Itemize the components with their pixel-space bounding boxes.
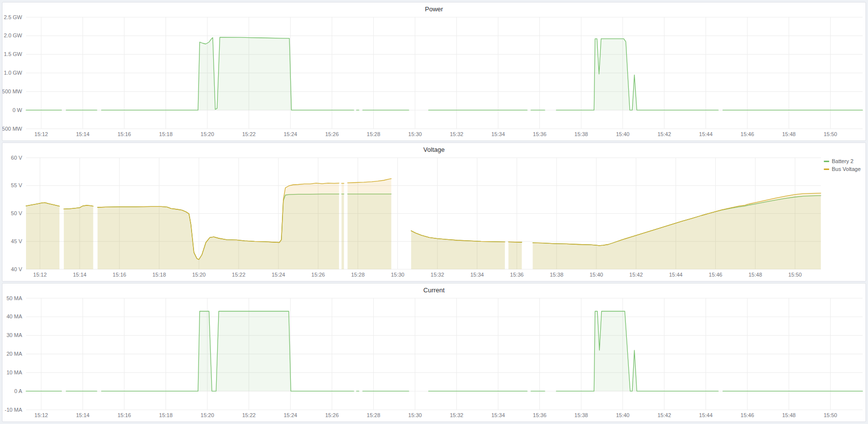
y-tick-label: 45 V: [11, 238, 22, 244]
y-tick-label: 0 W: [12, 107, 22, 113]
x-tick-label: 15:42: [629, 272, 643, 278]
y-tick-label: 2.5 GW: [4, 14, 23, 20]
bus-voltage-line: [508, 242, 522, 242]
current-area-fill: [102, 311, 354, 392]
x-tick-label: 15:50: [788, 272, 802, 278]
bus-voltage-series-swatch: [824, 169, 829, 170]
bus-voltage-area-fill: [533, 193, 821, 269]
x-tick-label: 15:16: [117, 412, 131, 418]
current-area-fill: [556, 311, 718, 392]
x-tick-label: 15:42: [657, 412, 671, 418]
x-tick-label: 15:16: [117, 131, 131, 137]
legend-label: Bus Voltage: [832, 166, 861, 172]
y-tick-label: 20 MA: [6, 351, 22, 357]
x-tick-label: 15:40: [616, 412, 630, 418]
x-tick-label: 15:26: [325, 131, 339, 137]
x-tick-label: 15:12: [33, 272, 47, 278]
x-tick-label: 15:38: [574, 412, 588, 418]
panel-voltage: Voltage Battery 2 Bus Voltage 60 V55 V50…: [2, 142, 866, 282]
legend-label: Battery 2: [832, 158, 853, 165]
y-tick-label: 1.0 GW: [4, 70, 23, 76]
x-tick-label: 15:14: [76, 131, 90, 137]
current-chart[interactable]: 50 MA40 MA30 MA20 MA10 MA0 A-10 MA15:121…: [2, 283, 866, 422]
y-tick-label: 0 A: [14, 388, 23, 394]
x-tick-label: 15:46: [741, 131, 755, 137]
x-tick-label: 15:34: [491, 131, 505, 137]
x-tick-label: 15:40: [616, 131, 630, 137]
y-tick-label: 1.5 GW: [4, 51, 23, 57]
x-tick-label: 15:34: [470, 272, 484, 278]
y-tick-label: 2.0 GW: [4, 32, 23, 38]
panel-title-voltage[interactable]: Voltage: [2, 145, 866, 154]
x-tick-label: 15:20: [200, 412, 214, 418]
panel-power: Power 2.5 GW2.0 GW1.5 GW1.0 GW500 MW0 W-…: [2, 2, 866, 141]
x-tick-label: 15:36: [510, 272, 524, 278]
y-tick-label: 500 MW: [2, 88, 23, 94]
x-tick-label: 15:46: [709, 272, 723, 278]
x-tick-label: 15:14: [76, 412, 90, 418]
bus-voltage-area-fill: [508, 242, 522, 269]
x-tick-label: 15:48: [782, 131, 796, 137]
power-area-fill: [556, 39, 718, 110]
x-tick-label: 15:22: [242, 131, 256, 137]
x-tick-label: 15:22: [232, 272, 246, 278]
x-tick-label: 15:44: [699, 412, 713, 418]
power-chart[interactable]: 2.5 GW2.0 GW1.5 GW1.0 GW500 MW0 W-500 MW…: [2, 2, 866, 141]
x-tick-label: 15:36: [533, 412, 547, 418]
x-tick-label: 15:32: [431, 272, 445, 278]
x-tick-label: 15:48: [749, 272, 762, 278]
x-tick-label: 15:20: [192, 272, 206, 278]
x-tick-label: 15:28: [367, 131, 381, 137]
voltage-chart[interactable]: 60 V55 V50 V45 V40 V15:1215:1415:1615:18…: [2, 143, 866, 281]
x-tick-label: 15:30: [391, 272, 405, 278]
dashboard: Power 2.5 GW2.0 GW1.5 GW1.0 GW500 MW0 W-…: [2, 2, 866, 422]
x-tick-label: 15:36: [533, 131, 547, 137]
x-tick-label: 15:46: [741, 412, 755, 418]
bus-voltage-area-fill: [341, 183, 344, 269]
x-tick-label: 15:44: [669, 272, 683, 278]
current-line: [556, 311, 718, 392]
legend: Battery 2 Bus Voltage: [824, 158, 861, 172]
x-tick-label: 15:14: [73, 272, 86, 278]
x-tick-label: 15:38: [550, 272, 563, 278]
x-tick-label: 15:32: [450, 131, 464, 137]
bus-voltage-area-fill: [26, 202, 59, 269]
bus-voltage-area-fill: [64, 205, 93, 269]
x-tick-label: 15:30: [408, 131, 422, 137]
x-tick-label: 15:18: [159, 412, 173, 418]
x-tick-label: 15:42: [657, 131, 671, 137]
y-tick-label: 40 V: [11, 266, 22, 272]
battery-2-series-swatch: [824, 161, 829, 162]
legend-item-battery-2[interactable]: Battery 2: [824, 158, 861, 165]
x-tick-label: 15:38: [574, 131, 588, 137]
x-tick-label: 15:12: [34, 412, 48, 418]
y-tick-label: 60 V: [11, 155, 22, 161]
x-tick-label: 15:30: [408, 412, 422, 418]
y-tick-label: 50 MA: [6, 295, 22, 301]
x-tick-label: 15:22: [242, 412, 256, 418]
x-tick-label: 15:28: [367, 412, 381, 418]
x-tick-label: 15:48: [782, 412, 796, 418]
x-tick-label: 15:50: [824, 412, 838, 418]
y-tick-label: 30 MA: [6, 332, 22, 338]
x-tick-label: 15:24: [272, 272, 285, 278]
x-tick-label: 15:50: [824, 131, 838, 137]
legend-item-bus-voltage[interactable]: Bus Voltage: [824, 166, 861, 172]
x-tick-label: 15:26: [311, 272, 325, 278]
x-tick-label: 15:40: [589, 272, 603, 278]
x-tick-label: 15:32: [450, 412, 464, 418]
x-tick-label: 15:26: [325, 412, 339, 418]
y-tick-label: 55 V: [11, 182, 22, 188]
y-tick-label: 40 MA: [6, 313, 22, 319]
panel-title-current[interactable]: Current: [2, 286, 866, 295]
power-line: [556, 39, 718, 110]
bus-voltage-area-fill: [348, 179, 392, 269]
y-tick-label: -500 MW: [2, 126, 23, 132]
x-tick-label: 15:12: [34, 131, 48, 137]
panel-title-power[interactable]: Power: [2, 5, 866, 14]
x-tick-label: 15:28: [351, 272, 365, 278]
x-tick-label: 15:24: [283, 131, 297, 137]
x-tick-label: 15:18: [159, 131, 173, 137]
y-tick-label: 10 MA: [6, 369, 22, 375]
x-tick-label: 15:34: [491, 412, 505, 418]
